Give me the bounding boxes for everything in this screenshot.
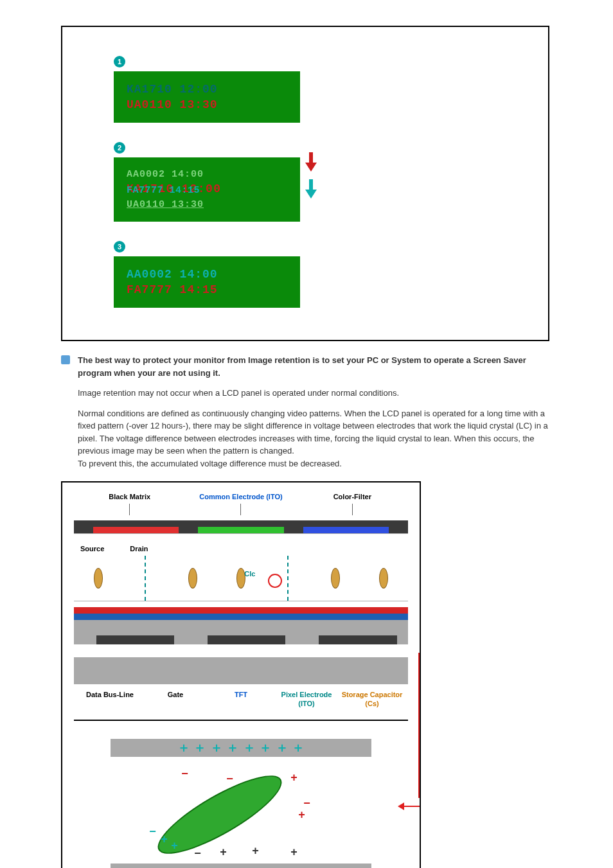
info-section-image-retention: The best way to protect your monitor fro…	[61, 354, 549, 470]
section-para-1: Image retention may not occur when a LCD…	[78, 387, 549, 400]
label-source: Source	[80, 545, 104, 553]
display-row: KA1710 12:00	[127, 83, 287, 96]
charge-symbol: −	[149, 825, 156, 838]
lc-zone: Clc	[74, 556, 408, 601]
display-row-ghost: AA0002 14:00	[127, 169, 287, 180]
display-row-ghost: UA0110 13:30	[127, 199, 287, 210]
panel-2: 2AA0002 14:00KA1710 12:00FA7777 14:15UA0…	[114, 142, 300, 222]
panel-1: 1KA1710 12:00UA0110 13:30	[114, 56, 300, 123]
display-panel: KA1710 12:00UA0110 13:30	[114, 71, 300, 123]
charge-symbol: +	[290, 771, 298, 784]
charge-symbol: +	[171, 839, 178, 853]
display-row: AA0002 14:00	[127, 268, 287, 281]
label-storage-capacitor: Storage Capacitor (Cs)	[341, 691, 403, 707]
charge-symbol: +	[220, 846, 227, 859]
label-color-filter: Color-Filter	[297, 493, 408, 501]
charge-symbol: +	[298, 808, 305, 822]
figure-scrolling-boards: 1KA1710 12:00UA0110 13:302AA0002 14:00KA…	[61, 26, 549, 341]
liquid-crystal-area: −−+−+−++−+++	[111, 763, 371, 860]
display-panel: AA0002 14:00FA7777 14:15	[114, 256, 300, 308]
charge-symbol: −	[181, 767, 188, 781]
charge-symbol: +	[252, 844, 259, 858]
figure-lcd-cross-section: Black Matrix Common Electrode (ITO) Colo…	[61, 481, 421, 868]
charge-symbol: +	[290, 846, 298, 859]
label-common-electrode: Common Electrode (ITO)	[185, 493, 296, 501]
label-tft: TFT	[210, 691, 272, 707]
display-panel: AA0002 14:00KA1710 12:00FA7777 14:15UA01…	[114, 157, 300, 222]
label-data-bus: Data Bus-Line	[79, 691, 141, 707]
section-heading: The best way to protect your monitor fro…	[78, 354, 549, 379]
display-row-overlay: KA1710 12:00FA7777 14:15	[127, 182, 287, 197]
charge-symbol: −	[226, 772, 233, 786]
panel-badge: 2	[114, 142, 125, 154]
label-drain: Drain	[130, 545, 148, 553]
section-para-3: To prevent this, the accumulated voltage…	[78, 457, 549, 470]
label-gate: Gate	[145, 691, 206, 707]
display-row: UA0110 13:30	[127, 98, 287, 111]
section-para-2: Normal conditions are defined as continu…	[78, 407, 549, 457]
label-pixel-electrode: Pixel Electrode (ITO)	[276, 691, 337, 707]
red-pointer	[412, 653, 423, 807]
panel-3: 3AA0002 14:00FA7777 14:15	[114, 241, 300, 308]
label-clc: Clc	[244, 570, 255, 578]
arrow-down-icon	[305, 190, 317, 199]
electrode-positive: ＋ ＋ ＋ ＋ ＋ ＋ ＋ ＋	[111, 739, 371, 757]
label-black-matrix: Black Matrix	[74, 493, 185, 501]
display-row: FA7777 14:15	[127, 283, 287, 296]
highlight-circle	[268, 574, 282, 588]
arrow-down-icon	[305, 163, 317, 172]
panel-badge: 3	[114, 241, 125, 252]
electrode-negative: — — — — — — — — —	[111, 864, 371, 868]
charge-symbol: +	[161, 833, 168, 846]
panel-badge: 1	[114, 56, 125, 67]
bullet-icon	[61, 355, 70, 364]
charge-symbol: −	[194, 847, 201, 860]
scroll-arrows	[305, 163, 317, 199]
